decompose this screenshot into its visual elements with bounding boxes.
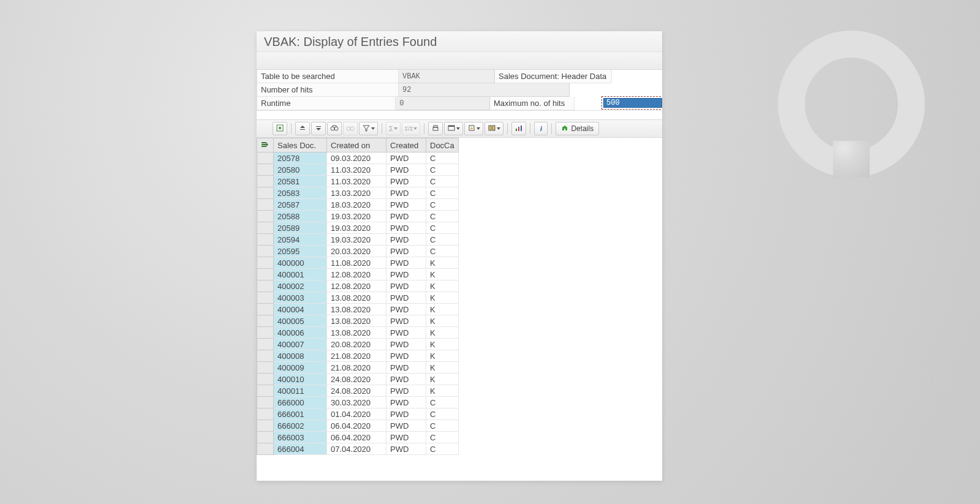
table-row[interactable]: 66600206.04.2020PWDC	[257, 420, 459, 432]
sort-desc-icon	[314, 124, 323, 134]
col-created-by[interactable]: Created	[386, 138, 426, 152]
subtotal-icon: Σ/Σ	[405, 126, 413, 132]
table-row[interactable]: 2059419.03.2020PWDC	[257, 234, 459, 246]
view-button[interactable]	[444, 122, 463, 135]
col-sales-doc[interactable]: Sales Doc.	[274, 138, 327, 152]
table-row[interactable]: 66600101.04.2020PWDC	[257, 408, 459, 420]
table-row[interactable]: 40000613.08.2020PWDK	[257, 327, 459, 339]
print-button[interactable]	[428, 122, 443, 135]
table-row[interactable]: 66600306.04.2020PWDC	[257, 432, 459, 443]
svg-rect-14	[492, 126, 495, 130]
cell-sales-doc: 20595	[274, 246, 327, 257]
row-selector[interactable]	[257, 164, 274, 176]
table-row[interactable]: 40001124.08.2020PWDK	[257, 385, 459, 397]
table-row[interactable]: 40000212.08.2020PWDK	[257, 280, 459, 292]
refresh-button[interactable]	[262, 55, 274, 67]
layout-button[interactable]	[484, 122, 503, 135]
table-row[interactable]: 40000921.08.2020PWDK	[257, 362, 459, 374]
row-selector[interactable]	[257, 432, 274, 443]
filter-button[interactable]	[359, 122, 378, 135]
chart-button[interactable]	[511, 122, 526, 135]
info-button[interactable]: i	[534, 122, 548, 135]
table-row[interactable]: 66600030.03.2020PWDC	[257, 397, 459, 408]
cell-doc-cat: K	[426, 269, 459, 280]
details-label: Details	[571, 124, 594, 133]
cell-created-by: PWD	[386, 443, 426, 455]
sort-asc-button[interactable]	[295, 122, 310, 135]
cell-doc-cat: C	[426, 152, 459, 164]
chevron-down-icon	[477, 127, 480, 130]
row-selector[interactable]	[257, 385, 274, 397]
cell-created-on: 07.04.2020	[327, 443, 386, 455]
row-selector[interactable]	[257, 443, 274, 455]
table-row[interactable]: 40000313.08.2020PWDK	[257, 292, 459, 304]
sort-desc-button[interactable]	[311, 122, 326, 135]
cell-created-on: 12.08.2020	[327, 269, 386, 280]
row-selector[interactable]	[257, 246, 274, 257]
row-selector[interactable]	[257, 269, 274, 280]
row-selector[interactable]	[257, 397, 274, 408]
cell-doc-cat: C	[426, 199, 459, 211]
table-row[interactable]: 40001024.08.2020PWDK	[257, 374, 459, 385]
cell-created-on: 30.03.2020	[327, 397, 386, 408]
table-row[interactable]: 40000112.08.2020PWDK	[257, 269, 459, 280]
details-icon	[561, 124, 568, 134]
row-selector[interactable]	[257, 199, 274, 211]
table-row[interactable]: 2058313.03.2020PWDC	[257, 187, 459, 199]
row-selector[interactable]	[257, 187, 274, 199]
col-doc-cat[interactable]: DocCa	[426, 138, 459, 152]
row-selector[interactable]	[257, 304, 274, 315]
row-selector[interactable]	[257, 362, 274, 374]
row-selector[interactable]	[257, 257, 274, 269]
table-row[interactable]: 2059520.03.2020PWDC	[257, 246, 459, 257]
row-selector[interactable]	[257, 234, 274, 246]
row-selector[interactable]	[257, 350, 274, 362]
select-all-button[interactable]	[257, 138, 274, 152]
cell-sales-doc: 666000	[274, 397, 327, 408]
row-selector[interactable]	[257, 176, 274, 187]
table-row[interactable]: 2058919.03.2020PWDC	[257, 222, 459, 234]
table-label: Table to be searched	[257, 70, 399, 83]
details-button[interactable]: Details	[556, 122, 599, 135]
table-row[interactable]: 40000513.08.2020PWDK	[257, 315, 459, 327]
table-row[interactable]: 2058718.03.2020PWDC	[257, 199, 459, 211]
row-selector[interactable]	[257, 327, 274, 339]
cell-created-by: PWD	[386, 164, 426, 176]
find-next-button[interactable]	[343, 122, 358, 135]
cell-created-by: PWD	[386, 397, 426, 408]
row-selector[interactable]	[257, 408, 274, 420]
table-row[interactable]: 40000413.08.2020PWDK	[257, 304, 459, 315]
export-button[interactable]	[464, 122, 483, 135]
max-hits-input[interactable]	[603, 98, 662, 108]
cell-created-by: PWD	[386, 385, 426, 397]
choose-detail-button[interactable]	[273, 122, 287, 135]
alv-grid: Sales Doc. Created on Created DocCa 2057…	[257, 138, 662, 481]
table-row[interactable]: 2058011.03.2020PWDC	[257, 164, 459, 176]
sum-button[interactable]: Σ	[386, 122, 401, 135]
find-button[interactable]	[327, 122, 342, 135]
row-selector[interactable]	[257, 420, 274, 432]
table-row[interactable]: 2058819.03.2020PWDC	[257, 211, 459, 222]
svg-point-5	[334, 127, 338, 130]
cell-created-by: PWD	[386, 292, 426, 304]
row-selector[interactable]	[257, 315, 274, 327]
settings-button[interactable]	[279, 55, 291, 67]
row-selector[interactable]	[257, 280, 274, 292]
cell-doc-cat: C	[426, 187, 459, 199]
row-selector[interactable]	[257, 152, 274, 164]
table-row[interactable]: 66600407.04.2020PWDC	[257, 443, 459, 455]
row-selector[interactable]	[257, 211, 274, 222]
row-selector[interactable]	[257, 222, 274, 234]
table-row[interactable]: 2058111.03.2020PWDC	[257, 176, 459, 187]
svg-point-4	[331, 127, 334, 130]
row-selector[interactable]	[257, 374, 274, 385]
cell-created-by: PWD	[386, 257, 426, 269]
table-row[interactable]: 40000011.08.2020PWDK	[257, 257, 459, 269]
row-selector[interactable]	[257, 339, 274, 350]
subtotal-button[interactable]: Σ/Σ	[402, 122, 421, 135]
col-created-on[interactable]: Created on	[327, 138, 386, 152]
table-row[interactable]: 40000821.08.2020PWDK	[257, 350, 459, 362]
table-row[interactable]: 2057809.03.2020PWDC	[257, 152, 459, 164]
table-row[interactable]: 40000720.08.2020PWDK	[257, 339, 459, 350]
row-selector[interactable]	[257, 292, 274, 304]
